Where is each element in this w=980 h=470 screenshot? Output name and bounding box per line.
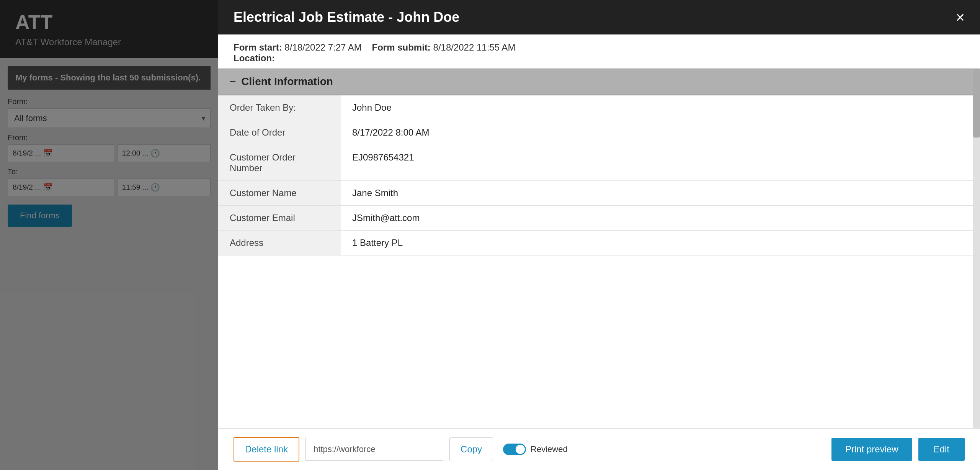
form-submit-value: 8/18/2022 11:55 AM (433, 42, 516, 52)
edit-button[interactable]: Edit (918, 438, 965, 461)
modal-title-bar: Electrical Job Estimate - John Doe × (218, 0, 980, 34)
field-label: Address (218, 231, 341, 255)
url-input[interactable] (305, 438, 443, 461)
modal-footer: Delete link Copy Reviewed Print preview … (218, 428, 980, 470)
form-fields-table: Order Taken By:John DoeDate of Order8/17… (218, 95, 980, 255)
toggle-knob (516, 445, 525, 454)
table-row: Customer EmailJSmith@att.com (218, 206, 980, 231)
print-preview-button[interactable]: Print preview (831, 438, 912, 461)
scrollbar[interactable] (973, 69, 980, 428)
section-title: Client Information (241, 75, 333, 88)
table-row: Customer Order NumberEJ0987654321 (218, 145, 980, 181)
delete-link-button[interactable]: Delete link (234, 437, 299, 462)
scroll-thumb (973, 69, 980, 138)
table-row: Date of Order8/17/2022 8:00 AM (218, 120, 980, 145)
form-start-value: 8/18/2022 7:27 AM (284, 42, 362, 52)
table-row: Address1 Battery PL (218, 231, 980, 255)
field-label: Customer Name (218, 181, 341, 206)
location-label: Location: (234, 53, 275, 63)
field-value: JSmith@att.com (341, 206, 980, 231)
modal-title: Electrical Job Estimate - John Doe (234, 9, 459, 25)
copy-button[interactable]: Copy (449, 437, 493, 461)
reviewed-label: Reviewed (531, 444, 568, 454)
field-label: Customer Email (218, 206, 341, 231)
form-submit-label: Form submit: (372, 42, 431, 52)
table-row: Order Taken By:John Doe (218, 95, 980, 120)
table-row: Customer NameJane Smith (218, 181, 980, 206)
modal-meta: Form start: 8/18/2022 7:27 AM Form submi… (218, 34, 980, 69)
field-label: Date of Order (218, 120, 341, 145)
close-button[interactable]: × (956, 10, 965, 25)
field-value: 8/17/2022 8:00 AM (341, 120, 980, 145)
modal-body: − Client Information Order Taken By:John… (218, 69, 980, 428)
field-value: Jane Smith (341, 181, 980, 206)
section-header: − Client Information (218, 69, 980, 95)
field-label: Customer Order Number (218, 145, 341, 181)
reviewed-toggle[interactable] (503, 444, 526, 455)
field-label: Order Taken By: (218, 95, 341, 120)
collapse-icon[interactable]: − (230, 75, 236, 88)
reviewed-toggle-container: Reviewed (503, 444, 568, 455)
field-value: 1 Battery PL (341, 231, 980, 255)
field-value: John Doe (341, 95, 980, 120)
field-value: EJ0987654321 (341, 145, 980, 181)
form-start-label: Form start: (234, 42, 282, 52)
modal-dialog: Electrical Job Estimate - John Doe × For… (218, 0, 980, 470)
